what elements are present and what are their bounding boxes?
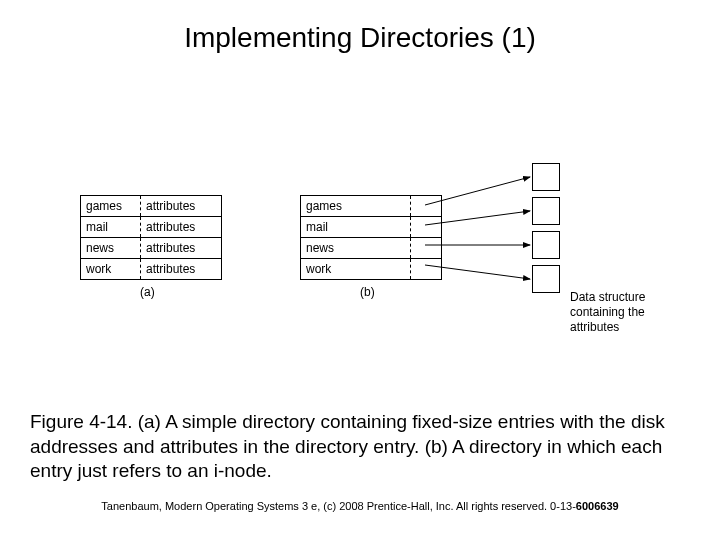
svg-line-1 — [425, 211, 530, 225]
footer-citation: Tanenbaum, Modern Operating Systems 3 e,… — [0, 500, 720, 512]
diagram-area: games attributes mail attributes news at… — [0, 165, 720, 345]
svg-line-0 — [425, 177, 530, 205]
figure-caption: Figure 4-14. (a) A simple directory cont… — [30, 410, 690, 484]
footer-isbn: 6006639 — [576, 500, 619, 512]
page-title: Implementing Directories (1) — [0, 22, 720, 54]
svg-line-3 — [425, 265, 530, 279]
data-structure-label: Data structure containing the attributes — [570, 290, 680, 335]
footer-text: Tanenbaum, Modern Operating Systems 3 e,… — [101, 500, 575, 512]
